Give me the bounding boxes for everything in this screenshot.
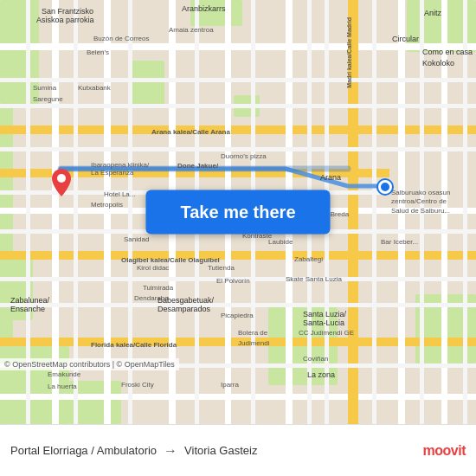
svg-rect-27 [0,78,476,82]
svg-rect-28 [0,104,476,108]
svg-rect-43 [420,0,424,424]
svg-rect-29 [0,147,476,151]
svg-rect-42 [372,0,376,424]
arrow-icon: → [164,443,177,459]
destination-marker [378,180,392,194]
svg-rect-5 [130,61,164,108]
svg-rect-32 [0,277,476,281]
origin-marker [52,169,69,193]
svg-point-45 [57,174,66,183]
svg-rect-1 [0,0,39,104]
origin-label: Portal Elorriaga / Ambulatorio [10,444,157,457]
map-attribution: © OpenStreetMap contributors | © OpenMap… [0,358,179,370]
bottom-bar: Portal Elorriaga / Ambulatorio → Vitoria… [0,424,476,476]
moovit-logo: moovit [423,443,466,459]
map-container: San Frantzisko Asiskoa parrokia Aranbizk… [0,0,476,424]
svg-rect-33 [0,303,476,307]
svg-rect-26 [441,0,447,424]
route-info: Portal Elorriaga / Ambulatorio → Vitoria… [10,443,423,459]
svg-rect-25 [398,0,405,424]
take-me-there-button[interactable]: Take me there [145,190,330,235]
svg-rect-44 [463,0,467,424]
destination-label: Vitoria Gasteiz [184,444,257,457]
moovit-text: moovit [423,443,466,459]
svg-rect-24 [348,0,358,424]
